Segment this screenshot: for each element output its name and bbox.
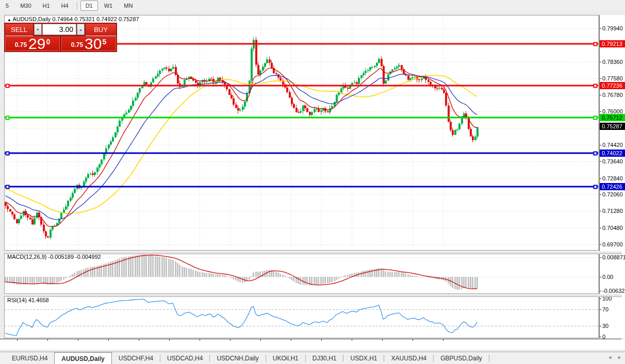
low-value: 0.74922 bbox=[96, 16, 117, 22]
rsi-title: RSI(14) bbox=[7, 297, 27, 303]
price-axis-label: 0.70480 bbox=[602, 225, 623, 231]
rsi-value: 41.4658 bbox=[28, 297, 49, 303]
rsi-axis-label: 70 bbox=[602, 306, 608, 312]
price-axis-label: 0.79940 bbox=[602, 25, 623, 31]
price-axis-label: 0.73640 bbox=[602, 158, 623, 164]
chart-tab-usdx[interactable]: USDX,H1 bbox=[343, 352, 384, 364]
chart-canvas[interactable] bbox=[0, 11, 625, 364]
chevron-up-icon: ▲ bbox=[79, 28, 83, 31]
sell-price-sup: 0 bbox=[46, 38, 50, 46]
pane-separator[interactable] bbox=[4, 294, 622, 297]
buy-price-prefix: 0.75 bbox=[71, 41, 83, 48]
sell-price-box[interactable]: 0.75 29 0 bbox=[5, 37, 60, 51]
price-axis-label: 0.77580 bbox=[602, 75, 623, 81]
timeframe-button-h4[interactable]: H4 bbox=[56, 1, 74, 11]
buy-button-label: BUY bbox=[94, 26, 108, 34]
sell-price-prefix: 0.75 bbox=[15, 41, 27, 48]
sell-button-label: SELL bbox=[11, 26, 27, 34]
price-axis-label: 0.74420 bbox=[602, 142, 623, 148]
price-axis-label: 0.76780 bbox=[602, 92, 623, 98]
tab-scroll-right-icon[interactable]: ► bbox=[617, 355, 622, 360]
tab-scroll-controls: ◄► bbox=[607, 355, 622, 360]
chart-tab-eurusd[interactable]: EURUSD,H4 bbox=[5, 352, 54, 364]
chart-tab-ukoil[interactable]: UKOil,H1 bbox=[266, 352, 305, 364]
hline-price-label: 0.72426 bbox=[600, 183, 625, 190]
timeframe-button-mn[interactable]: MN bbox=[119, 1, 138, 11]
open-value: 0.74964 bbox=[52, 16, 73, 22]
chart-tab-dj30[interactable]: DJ30,H1 bbox=[306, 352, 343, 364]
volume-input[interactable] bbox=[42, 24, 76, 35]
rsi-header: RSI(14) 41.4658 bbox=[7, 297, 49, 303]
chart-symbol-label: AUDUSD,Daily bbox=[12, 16, 51, 22]
buy-price-box[interactable]: 0.75 30 5 bbox=[61, 37, 116, 51]
rsi-axis-label: 30 bbox=[602, 323, 608, 329]
chart-tab-bar: EURUSD,H4AUDUSD,DailyUSDCHF,H4USDCAD,H4U… bbox=[0, 352, 625, 364]
chart-tab-audusd[interactable]: AUDUSD,Daily bbox=[54, 352, 111, 364]
pane-separator[interactable] bbox=[4, 251, 622, 254]
macd-values: -0.005189 -0.004992 bbox=[48, 254, 101, 260]
timeframe-button-d1[interactable]: D1 bbox=[80, 1, 98, 11]
tab-bar-notch bbox=[0, 352, 5, 364]
price-axis-label: 0.69700 bbox=[602, 241, 623, 247]
chart-ohlc-header: ▲ AUDUSD,Daily 0.74964 0.75321 0.74922 0… bbox=[7, 16, 139, 22]
close-value: 0.75287 bbox=[119, 16, 139, 22]
hline-price-label: 0.74022 bbox=[600, 150, 625, 157]
timeframe-button-m30[interactable]: M30 bbox=[15, 1, 36, 11]
chart-tab-usdcnh[interactable]: USDCNH,Daily bbox=[210, 352, 265, 364]
trading-platform-window: 5M30H1H4D1W1MN ▲ AUDUSD,Daily 0.74964 0.… bbox=[0, 0, 625, 364]
one-click-trading-widget: SELL ▼ ▲ BUY 0.75 29 0 0.75 30 5 bbox=[4, 23, 117, 52]
rsi-axis-label: 0 bbox=[602, 334, 605, 340]
buy-button[interactable]: BUY bbox=[86, 24, 116, 35]
macd-axis-label: -0.00632 bbox=[602, 288, 624, 294]
high-value: 0.75321 bbox=[74, 16, 95, 22]
price-axis-label: 0.71280 bbox=[602, 208, 623, 214]
chart-tab-usdchf[interactable]: USDCHF,H4 bbox=[112, 352, 160, 364]
chart-tab-gbpusd[interactable]: GBPUSD,Daily bbox=[434, 352, 489, 364]
price-axis-label: 0.72060 bbox=[602, 191, 623, 197]
tab-separator bbox=[489, 355, 489, 362]
hline-price-label: 0.79213 bbox=[600, 40, 625, 47]
buy-price-sup: 5 bbox=[102, 38, 106, 46]
hline-price-label: 0.77236 bbox=[600, 82, 625, 89]
buy-price-big: 30 bbox=[85, 37, 102, 51]
timeframe-toolbar: 5M30H1H4D1W1MN bbox=[0, 0, 625, 12]
price-axis-label: 0.78360 bbox=[602, 59, 623, 65]
hline-price-label: 0.75712 bbox=[600, 114, 625, 121]
chart-tab-xauusd[interactable]: XAUUSD,H4 bbox=[384, 352, 433, 364]
sell-button[interactable]: SELL bbox=[5, 24, 33, 35]
chevron-down-icon: ▼ bbox=[36, 28, 40, 31]
tab-scroll-left-icon[interactable]: ◄ bbox=[607, 355, 612, 360]
volume-increase-button[interactable]: ▲ bbox=[77, 24, 85, 35]
volume-decrease-button[interactable]: ▼ bbox=[34, 24, 42, 35]
macd-header: MACD(12,26,9) -0.005189 -0.004992 bbox=[7, 254, 101, 260]
chart-area: ▲ AUDUSD,Daily 0.74964 0.75321 0.74922 0… bbox=[0, 11, 625, 364]
chart-tab-usdcad[interactable]: USDCAD,H4 bbox=[160, 352, 209, 364]
timeframe-button-5[interactable]: 5 bbox=[1, 1, 14, 11]
timeframe-button-w1[interactable]: W1 bbox=[99, 1, 118, 11]
timeframe-button-h1[interactable]: H1 bbox=[38, 1, 55, 11]
macd-title: MACD(12,26,9) bbox=[7, 254, 46, 260]
toolbar-separator bbox=[77, 2, 77, 10]
macd-axis-label: 0.008871 bbox=[602, 254, 625, 260]
macd-axis-label: 0.00 bbox=[602, 274, 613, 280]
price-axis-label: 0.72840 bbox=[602, 175, 623, 181]
sell-price-big: 29 bbox=[28, 37, 45, 51]
current-price-label: 0.75287 bbox=[600, 123, 625, 130]
collapse-triangle-icon[interactable]: ▲ bbox=[7, 18, 11, 22]
